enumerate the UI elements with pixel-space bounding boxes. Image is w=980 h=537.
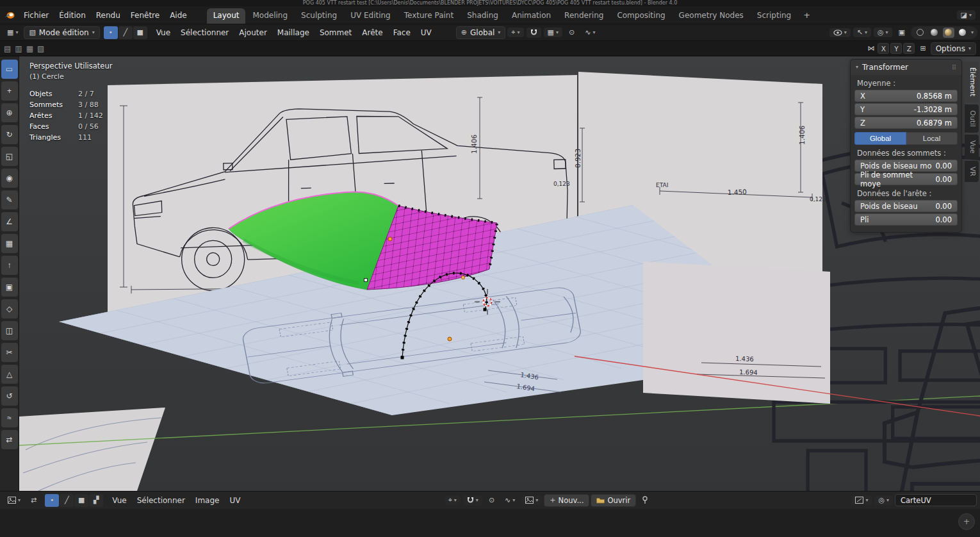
viewport-menu[interactable]: UV — [416, 26, 437, 39]
active-vertex[interactable] — [364, 279, 368, 282]
uv-select-mode-vertex[interactable]: • — [45, 494, 59, 507]
viewport-menu[interactable]: Sélectionner — [176, 26, 234, 39]
shading-rendered-button[interactable] — [957, 28, 968, 38]
options-dropdown[interactable]: Options ▾ — [931, 42, 976, 55]
uv-falloff-dropdown[interactable]: ∿ ▾ — [501, 495, 519, 505]
tool-knife[interactable]: ✂ — [1, 343, 18, 362]
tool-add-cube[interactable]: ▦ — [1, 234, 18, 253]
tool-annotate[interactable]: ✎ — [1, 190, 18, 210]
viewport-menu[interactable]: Maillage — [272, 26, 314, 39]
sidebar-tab[interactable]: VR — [965, 161, 979, 182]
visibility-dropdown[interactable]: ▾ — [829, 28, 851, 37]
viewport-scene[interactable]: 0.817 1.406 0,123 — [19, 56, 980, 491]
viewport-3d[interactable]: 0.817 1.406 0,123 — [19, 56, 980, 491]
tool-inset[interactable]: ▣ — [1, 277, 18, 297]
viewport-menu[interactable]: Ajouter — [234, 26, 272, 39]
workspace-tab[interactable]: Modeling — [246, 8, 294, 24]
live-unwrap-icon-button[interactable]: ⊞ — [916, 44, 929, 53]
tool-poly-build[interactable]: △ — [1, 365, 18, 384]
edge-data-field[interactable]: Poids de biseau 0.00 — [854, 200, 958, 212]
proportional-edit-toggle[interactable]: ⊙ — [565, 28, 578, 37]
edge-data-field[interactable]: Pli 0.00 — [854, 213, 958, 226]
mirror-axis[interactable]: Z — [903, 43, 915, 54]
tool-cursor[interactable]: + — [1, 81, 18, 101]
overlays-dropdown[interactable]: ◎ ▾ — [874, 28, 892, 37]
falloff-dropdown[interactable]: ∿ ▾ — [581, 28, 599, 37]
transform-panel-header[interactable]: ▾ Transformer ⠿ — [851, 60, 961, 75]
workspace-tab[interactable]: Shading — [461, 8, 505, 24]
tool-select-box[interactable]: ▭ — [1, 60, 18, 79]
uv-menu[interactable]: Image — [190, 494, 225, 507]
uv-menu[interactable]: Vue — [107, 494, 131, 507]
new-image-button[interactable]: + Nouv... — [544, 494, 589, 507]
tool-smooth[interactable]: ≈ — [1, 408, 18, 427]
viewport-menu[interactable]: Vue — [151, 26, 176, 39]
workspace-tab[interactable]: Scripting — [751, 8, 797, 24]
uv-proportional-toggle[interactable]: ⊙ — [485, 495, 498, 505]
vertex-data-field[interactable]: Pli de sommet moye 0.00 — [854, 173, 958, 185]
uv-editor-canvas[interactable]: + — [0, 509, 980, 537]
workspace-tab[interactable]: Sculpting — [295, 8, 343, 24]
pin-toggle[interactable] — [638, 495, 652, 506]
workspace-tab[interactable]: Layout — [207, 8, 246, 24]
viewport-menu[interactable]: Arête — [357, 26, 388, 39]
topbar-menu[interactable]: Édition — [54, 9, 91, 22]
screen-extras-button[interactable]: ◪ ▾ — [957, 10, 976, 20]
viewport-menu[interactable]: Face — [388, 26, 416, 39]
workspace-tab[interactable]: Texture Paint — [398, 8, 460, 24]
uv-select-mode-face[interactable]: ■ — [74, 494, 88, 507]
axis-field[interactable]: Y -1.3028 m — [854, 103, 958, 115]
uvmap-name-input[interactable] — [895, 494, 977, 506]
axis-field[interactable]: Z 0.6879 m — [854, 117, 958, 129]
topbar-menu[interactable]: Rendu — [91, 9, 126, 22]
tool-move[interactable]: ⊕ — [1, 103, 18, 122]
uv-gizmo-dropdown[interactable]: ▾ — [851, 495, 872, 505]
uv-menu[interactable]: Sélectionner — [132, 494, 190, 507]
sidebar-tab[interactable]: Vue — [965, 135, 979, 160]
uv-overlays-dropdown[interactable]: ◎ ▾ — [874, 495, 893, 505]
workspace-tab[interactable]: Compositing — [610, 8, 671, 24]
editor-type-button[interactable]: ▦ ▾ — [3, 28, 22, 37]
blender-logo-icon[interactable] — [4, 10, 15, 21]
uv-editor-type-button[interactable]: ▾ — [4, 495, 24, 505]
select-mode-face[interactable]: ■ — [133, 26, 147, 39]
uv-snap-toggle[interactable]: ▾ — [463, 495, 482, 506]
shading-wireframe-button[interactable] — [915, 28, 926, 38]
mode-dropdown[interactable]: ▧ Mode édition ▾ — [24, 26, 99, 39]
tool-scale[interactable]: ◱ — [1, 147, 18, 166]
workspace-tab[interactable]: Rendering — [558, 8, 610, 24]
mirror-axis[interactable]: Y — [890, 43, 902, 54]
tool-bevel[interactable]: ◇ — [1, 299, 18, 318]
tool-spin[interactable]: ↺ — [1, 386, 18, 406]
topbar-menu[interactable]: Fichier — [19, 9, 54, 22]
topbar-menu[interactable]: Aide — [165, 9, 192, 22]
snap-toggle[interactable] — [527, 28, 541, 38]
tool-settings-icon-2[interactable]: ▥ — [15, 45, 22, 53]
image-browse-dropdown[interactable]: ▾ — [521, 495, 542, 505]
tool-extrude[interactable]: ↑ — [1, 256, 18, 275]
add-workspace-button[interactable]: + — [798, 8, 815, 22]
tool-rotate[interactable]: ↻ — [1, 125, 18, 144]
viewport-menu[interactable]: Sommet — [314, 26, 357, 39]
tool-loop-cut[interactable]: ◫ — [1, 321, 18, 340]
workspace-tab[interactable]: UV Editing — [344, 8, 397, 24]
shading-solid-button[interactable] — [929, 28, 940, 38]
space-toggle[interactable]: Global — [854, 132, 906, 145]
uv-navigation-gizmo[interactable]: + — [958, 513, 975, 530]
sidebar-tab[interactable]: Élément — [965, 62, 979, 103]
axis-field[interactable]: X 0.8568 m — [854, 90, 958, 102]
uv-select-mode-island[interactable]: ▞ — [89, 494, 103, 507]
topbar-menu[interactable]: Fenêtre — [126, 9, 165, 22]
gizmo-dropdown[interactable]: ↖ ▾ — [853, 28, 871, 37]
shading-material-button[interactable] — [943, 28, 954, 38]
tool-transform[interactable]: ◉ — [1, 169, 18, 188]
select-mode-edge[interactable]: ╱ — [118, 26, 133, 39]
sidebar-tab[interactable]: Outil — [965, 104, 979, 133]
drag-handle-icon[interactable]: ⠿ — [952, 64, 956, 71]
tool-edge-slide[interactable]: ⇄ — [1, 430, 18, 449]
mirror-axis[interactable]: X — [878, 43, 889, 54]
uv-menu[interactable]: UV — [224, 494, 245, 507]
mirror-icon[interactable]: ⋈ — [867, 45, 874, 52]
uv-select-mode-edge[interactable]: ╱ — [60, 494, 74, 507]
orientation-dropdown[interactable]: ⊕ Global ▾ — [456, 26, 506, 39]
